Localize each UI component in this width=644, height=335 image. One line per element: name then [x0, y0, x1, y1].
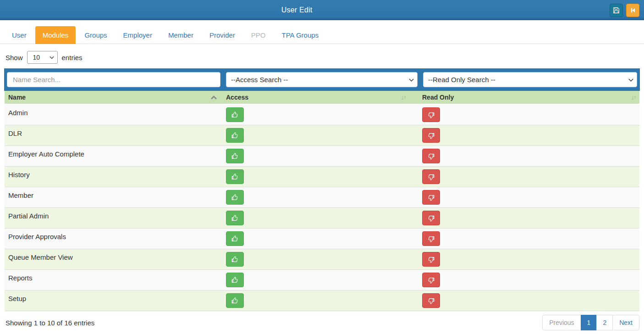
readonly-thumbs-down-button[interactable]: [422, 128, 440, 143]
module-name: Reports: [5, 270, 222, 290]
module-name: Queue Member View: [5, 249, 222, 269]
access-thumbs-up-button[interactable]: [226, 169, 244, 184]
sort-unsorted-icon: ↓↑: [401, 94, 406, 101]
show-label: Show: [6, 54, 23, 61]
entries-info: Showing 1 to 10 of 16 entries: [6, 319, 94, 327]
filter-bar: --Access Search -- --Read Only Search --: [4, 68, 640, 91]
save-button[interactable]: [610, 4, 623, 17]
back-button[interactable]: [626, 4, 639, 17]
pagination-page-2-button[interactable]: 2: [596, 315, 613, 330]
thumbs-down-icon: [427, 235, 435, 243]
tab-provider[interactable]: Provider: [202, 26, 242, 44]
table-footer: Showing 1 to 10 of 16 entries Previous 1…: [6, 315, 639, 330]
readonly-thumbs-down-button[interactable]: [422, 252, 440, 267]
thumbs-down-icon: [427, 256, 435, 263]
thumbs-down-icon: [427, 297, 435, 305]
readonly-thumbs-down-button[interactable]: [422, 231, 440, 246]
table-row: Provider Approvals: [5, 229, 639, 249]
thumbs-down-icon: [427, 214, 435, 222]
pagination-page-1-button[interactable]: 1: [581, 315, 597, 330]
modules-table: Name Access ↓↑ Read Only ↓↑ Admin DLR Em…: [5, 91, 639, 311]
name-search-input[interactable]: [7, 72, 220, 87]
pagination-previous-button[interactable]: Previous: [542, 315, 581, 330]
table-row: Setup: [5, 290, 639, 311]
tab-bar: User Modules Groups Employer Member Prov…: [0, 26, 644, 44]
tab-user[interactable]: User: [5, 26, 34, 44]
readonly-thumbs-down-button[interactable]: [422, 211, 440, 225]
readonly-thumbs-down-button[interactable]: [422, 107, 440, 122]
access-thumbs-up-button[interactable]: [226, 293, 244, 308]
step-backward-icon: [630, 7, 636, 13]
thumbs-down-icon: [427, 173, 435, 181]
thumbs-up-icon: [231, 152, 239, 160]
tab-tpa-groups[interactable]: TPA Groups: [275, 26, 326, 44]
thumbs-up-icon: [231, 194, 239, 201]
table-row: Reports: [5, 270, 639, 290]
module-name: Provider Approvals: [5, 229, 222, 249]
table-row: Admin: [5, 105, 639, 125]
readonly-thumbs-down-button[interactable]: [422, 169, 440, 184]
tab-employer[interactable]: Employer: [116, 26, 160, 44]
column-header-read-only[interactable]: Read Only ↓↑: [418, 91, 639, 104]
readonly-thumbs-down-button[interactable]: [422, 190, 440, 205]
table-row: History: [5, 167, 639, 187]
thumbs-down-icon: [427, 152, 435, 160]
sort-asc-icon: [211, 95, 217, 100]
access-thumbs-up-button[interactable]: [226, 273, 244, 287]
readonly-search-select[interactable]: --Read Only Search --: [423, 72, 637, 87]
entries-per-page-select[interactable]: 10: [27, 51, 58, 64]
module-name: Employer Auto Complete: [5, 146, 222, 166]
tab-groups[interactable]: Groups: [77, 26, 114, 44]
table-row: Employer Auto Complete: [5, 146, 639, 167]
readonly-thumbs-down-button[interactable]: [422, 293, 440, 308]
access-thumbs-up-button[interactable]: [226, 252, 244, 267]
table-header-row: Name Access ↓↑ Read Only ↓↑: [5, 91, 639, 105]
module-name: Setup: [5, 290, 222, 311]
save-icon: [613, 7, 620, 14]
sort-unsorted-icon: ↓↑: [631, 94, 636, 101]
page-title: User Edit: [281, 6, 313, 14]
thumbs-down-icon: [427, 276, 435, 284]
readonly-thumbs-down-button[interactable]: [422, 149, 440, 163]
tab-member[interactable]: Member: [161, 26, 201, 44]
thumbs-up-icon: [231, 276, 239, 284]
column-header-access[interactable]: Access ↓↑: [222, 91, 418, 104]
column-header-name[interactable]: Name: [5, 91, 222, 104]
thumbs-up-icon: [231, 214, 239, 222]
table-row: Member: [5, 187, 639, 208]
module-name: History: [5, 167, 222, 187]
access-thumbs-up-button[interactable]: [226, 231, 244, 246]
thumbs-down-icon: [427, 111, 435, 119]
titlebar-actions: [610, 4, 639, 17]
thumbs-up-icon: [231, 235, 239, 243]
thumbs-up-icon: [231, 173, 239, 181]
thumbs-up-icon: [231, 111, 239, 119]
module-name: Admin: [5, 105, 222, 125]
pagination: Previous 1 2 Next: [543, 315, 639, 330]
thumbs-down-icon: [427, 194, 435, 201]
access-thumbs-up-button[interactable]: [226, 211, 244, 225]
entries-length-control: Show 10 entries: [6, 51, 644, 64]
thumbs-up-icon: [231, 132, 239, 140]
window-titlebar: User Edit: [0, 0, 644, 20]
table-row: Partial Admin: [5, 208, 639, 229]
pagination-next-button[interactable]: Next: [612, 315, 639, 330]
table-row: Queue Member View: [5, 249, 639, 270]
readonly-thumbs-down-button[interactable]: [422, 273, 440, 287]
access-search-select[interactable]: --Access Search --: [226, 72, 418, 87]
access-thumbs-up-button[interactable]: [226, 128, 244, 143]
tab-modules[interactable]: Modules: [35, 26, 76, 44]
thumbs-up-icon: [231, 297, 239, 305]
access-thumbs-up-button[interactable]: [226, 190, 244, 205]
module-name: DLR: [5, 125, 222, 145]
access-thumbs-up-button[interactable]: [226, 149, 244, 163]
module-name: Member: [5, 187, 222, 207]
access-thumbs-up-button[interactable]: [226, 107, 244, 122]
thumbs-down-icon: [427, 132, 435, 140]
thumbs-up-icon: [231, 256, 239, 263]
tab-ppo[interactable]: PPO: [244, 26, 273, 44]
entries-label: entries: [62, 54, 83, 61]
module-name: Partial Admin: [5, 208, 222, 228]
table-row: DLR: [5, 125, 639, 146]
